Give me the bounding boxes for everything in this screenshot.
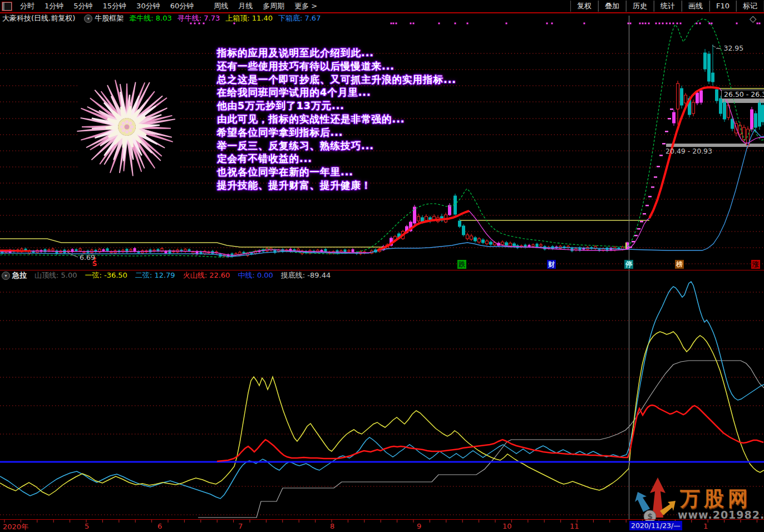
window-icon[interactable] bbox=[2, 2, 12, 11]
annotation-line: 定会有不错收益的... bbox=[217, 152, 456, 166]
candle bbox=[751, 110, 753, 129]
candle bbox=[528, 245, 530, 247]
candle bbox=[200, 252, 202, 253]
tab-monthly[interactable]: 月线 bbox=[238, 1, 253, 11]
limit-up-dash bbox=[643, 213, 646, 215]
candle bbox=[762, 105, 764, 122]
candle bbox=[684, 95, 687, 103]
overlay-button[interactable]: 叠加 bbox=[598, 1, 626, 12]
signal-dot bbox=[757, 23, 758, 24]
drawline-button[interactable]: 画线 bbox=[682, 1, 709, 12]
annotation-line: 在给我同班同学试用的4个月里... bbox=[217, 86, 456, 100]
candle bbox=[723, 102, 726, 119]
candle bbox=[462, 226, 465, 235]
tab-1min[interactable]: 1分钟 bbox=[45, 1, 63, 11]
limit-up-dash bbox=[668, 118, 671, 120]
flower-center-dot bbox=[130, 125, 134, 129]
f10-button[interactable]: F10 bbox=[709, 1, 736, 12]
candle bbox=[758, 103, 761, 126]
tab-fenshi[interactable]: 分时 bbox=[20, 1, 34, 11]
signal-dot bbox=[410, 23, 412, 24]
candle bbox=[75, 250, 77, 251]
fuquan-button[interactable]: 复权 bbox=[570, 1, 598, 12]
signal-dot bbox=[655, 23, 657, 24]
limit-up-dash bbox=[632, 241, 635, 243]
tab-5min[interactable]: 5分钟 bbox=[73, 1, 92, 11]
signal-dot bbox=[696, 23, 698, 24]
erxian-field: 二弦: 12.79 bbox=[135, 270, 175, 280]
signal-dot bbox=[759, 23, 761, 24]
oscillator-name: 急拉 bbox=[12, 270, 27, 280]
candle bbox=[509, 243, 512, 246]
candle bbox=[130, 249, 132, 251]
tab-30min[interactable]: 30分钟 bbox=[136, 1, 160, 11]
signal-dot bbox=[639, 23, 641, 24]
candle bbox=[134, 248, 136, 251]
limit-up-dash bbox=[659, 155, 663, 156]
tab-multi-period[interactable]: 多周期 bbox=[263, 1, 284, 11]
candle bbox=[102, 250, 105, 251]
zhongxian-field: 中线: 0.00 bbox=[238, 270, 273, 280]
candle bbox=[708, 54, 711, 81]
candle bbox=[165, 252, 167, 253]
tab-60min[interactable]: 60分钟 bbox=[170, 1, 194, 11]
tab-15min[interactable]: 15分钟 bbox=[103, 1, 127, 11]
candle bbox=[755, 114, 757, 127]
candle bbox=[692, 102, 695, 114]
candle bbox=[459, 221, 461, 226]
candle bbox=[317, 250, 319, 252]
candle bbox=[505, 243, 508, 245]
signal-dot bbox=[642, 23, 644, 24]
candle bbox=[32, 251, 34, 252]
collapse-oscillator-icon[interactable]: ▾ bbox=[2, 272, 10, 280]
mark-button[interactable]: 标记 bbox=[736, 1, 764, 12]
candle bbox=[413, 207, 416, 223]
oscillator-header: ▾ 急拉 山顶线: 5.00 一弦: -36.50 二弦: 12.79 火山线:… bbox=[2, 272, 338, 279]
candle bbox=[425, 216, 428, 220]
history-button[interactable]: 历史 bbox=[626, 1, 654, 12]
signal-dot bbox=[396, 23, 397, 24]
candle bbox=[79, 249, 81, 251]
flower-center-dot bbox=[122, 122, 125, 125]
limit-up-dash bbox=[651, 186, 654, 188]
annotation-line: 提升技能、提升财富、提升健康！ bbox=[217, 179, 456, 193]
limit-up-dash bbox=[662, 143, 666, 145]
boxbottom-field: 下箱底: 7.67 bbox=[278, 13, 321, 23]
limit-up-dash bbox=[670, 109, 673, 110]
signal-dot bbox=[584, 23, 585, 24]
tab-more[interactable]: 更多 > bbox=[294, 1, 317, 11]
mini-bar bbox=[625, 243, 627, 249]
candle bbox=[106, 249, 109, 251]
candle bbox=[677, 83, 679, 109]
signal-dot bbox=[546, 23, 548, 24]
candle bbox=[486, 241, 489, 244]
candle bbox=[536, 244, 538, 247]
tab-weekly[interactable]: 周线 bbox=[214, 1, 228, 11]
shanding-field: 山顶线: 5.00 bbox=[34, 270, 77, 280]
toolbar-right-group: 复权 叠加 历史 统计 画线 F10 标记 bbox=[570, 1, 764, 12]
qianniu-field: 牵牛线: 8.03 bbox=[129, 13, 171, 23]
annotation-line: 由此可见，指标的实战性还是非常强的... bbox=[217, 113, 456, 126]
box-range-band bbox=[722, 99, 764, 103]
candle bbox=[681, 88, 683, 105]
signal-dot bbox=[711, 23, 713, 24]
candle bbox=[250, 253, 253, 254]
stats-button[interactable]: 统计 bbox=[654, 1, 682, 12]
stock-info-bar: 大豪科技(日线.前复权) ▾ 牛股框架 牵牛线: 8.03 寻牛线: 7.73 … bbox=[2, 14, 326, 23]
flower-center-dot bbox=[125, 130, 129, 134]
candle bbox=[324, 249, 327, 252]
annotation-text-block: 指标的应用及说明至此介绍到此... 还有一些使用技巧有待以后慢慢道来... 总之… bbox=[217, 47, 456, 193]
signal-dot bbox=[699, 23, 701, 24]
candle bbox=[478, 239, 481, 242]
candle bbox=[704, 53, 707, 69]
modi-field: 摸底线: -89.44 bbox=[281, 270, 331, 280]
candle bbox=[243, 252, 245, 253]
watermark-blue-arrow bbox=[635, 492, 650, 512]
candle bbox=[448, 205, 451, 215]
signal-dot bbox=[455, 23, 456, 24]
collapse-main-indicator-icon[interactable]: ▾ bbox=[84, 14, 92, 23]
yixian-field: 一弦: -36.50 bbox=[85, 270, 127, 280]
signal-dot bbox=[438, 23, 440, 24]
boxtop-field: 上箱顶: 11.40 bbox=[225, 13, 273, 23]
signal-dot bbox=[393, 23, 395, 24]
